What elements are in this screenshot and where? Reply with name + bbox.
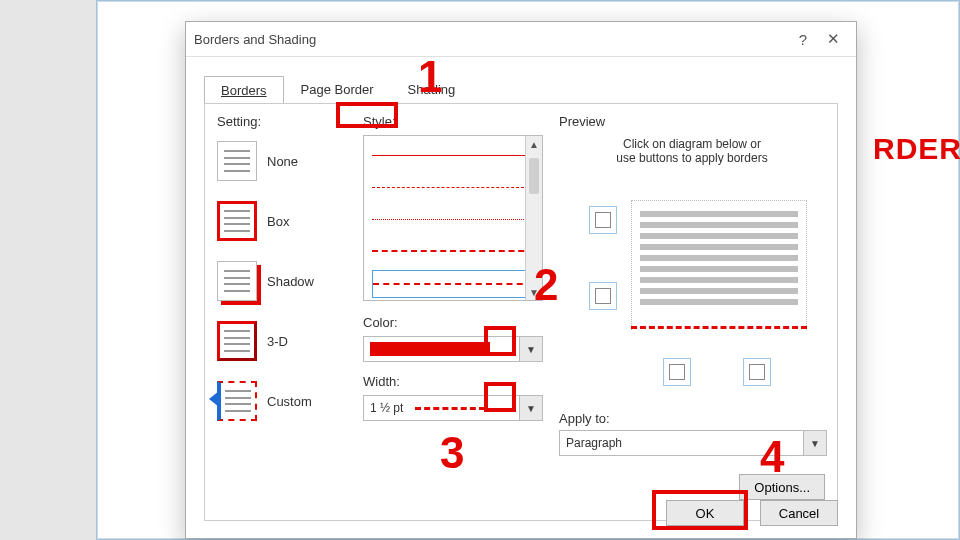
apply-to-value: Paragraph [560,436,803,450]
setting-box-label: Box [267,214,289,229]
help-button[interactable]: ? [788,31,818,48]
border-top-icon [595,212,611,228]
setting-custom[interactable]: Custom [217,375,347,427]
style-option[interactable] [372,238,534,264]
custom-icon [217,381,257,421]
color-label: Color: [363,315,543,330]
style-option-selected[interactable] [372,270,534,298]
scroll-up-icon[interactable]: ▲ [526,136,542,152]
setting-3d[interactable]: 3-D [217,315,347,367]
setting-label: Setting: [217,114,347,129]
style-option[interactable] [372,174,534,200]
style-column: Style: ▲ ▼ Color: [363,114,543,510]
border-right-button[interactable] [743,358,771,386]
border-bottom-button[interactable] [589,282,617,310]
threed-icon [217,321,257,361]
tab-borders-label: Borders [221,83,267,98]
color-swatch-icon [370,342,490,356]
dialog-footer: OK Cancel [666,500,838,526]
setting-none-label: None [267,154,298,169]
preview-bottom-border [631,326,807,329]
setting-shadow[interactable]: Shadow [217,255,347,307]
ok-button[interactable]: OK [666,500,744,526]
dialog-title: Borders and Shading [194,32,788,47]
borders-shading-dialog: Borders and Shading ? ✕ Borders Page Bor… [185,21,857,539]
titlebar: Borders and Shading ? ✕ [186,22,856,57]
tabstrip: Borders Page Border Shading [204,75,856,103]
setting-box[interactable]: Box [217,195,347,247]
width-value-text: 1 ½ pt [370,401,403,415]
setting-custom-label: Custom [267,394,312,409]
preview-hint: Click on diagram below or use buttons to… [559,137,825,165]
tab-page-border-label: Page Border [301,82,374,97]
setting-3d-label: 3-D [267,334,288,349]
width-sample-icon [415,407,485,410]
tab-borders[interactable]: Borders [204,76,284,104]
border-right-icon [749,364,765,380]
border-bottom-icon [595,288,611,304]
style-option[interactable] [372,142,534,168]
width-dropdown[interactable]: 1 ½ pt ▼ [363,395,543,421]
chevron-down-icon[interactable]: ▼ [519,337,542,361]
style-option[interactable] [372,206,534,232]
options-button[interactable]: Options... [739,474,825,500]
tab-shading-label: Shading [408,82,456,97]
style-listbox[interactable]: ▲ ▼ [363,135,543,301]
width-value: 1 ½ pt [364,401,519,415]
tab-shading[interactable]: Shading [391,75,473,103]
border-left-button[interactable] [663,358,691,386]
apply-to-row: Apply to: Paragraph ▼ [559,411,825,456]
style-label: Style: [363,114,543,129]
shadow-icon [217,261,257,301]
setting-none[interactable]: None [217,135,347,187]
scroll-down-icon[interactable]: ▼ [526,284,542,300]
width-label: Width: [363,374,543,389]
setting-shadow-label: Shadow [267,274,314,289]
color-value [364,342,519,356]
cancel-button[interactable]: Cancel [760,500,838,526]
preview-diagram[interactable] [631,200,807,330]
color-dropdown[interactable]: ▼ [363,336,543,362]
apply-to-label: Apply to: [559,411,825,426]
none-icon [217,141,257,181]
chevron-down-icon[interactable]: ▼ [519,396,542,420]
cropped-text: RDER [873,132,960,166]
preview-column: Preview Click on diagram below or use bu… [559,114,825,510]
dialog-panel: Setting: None Box Shadow 3-D [204,103,838,521]
preview-hint-line1: Click on diagram below or [623,137,761,151]
close-button[interactable]: ✕ [818,30,848,48]
border-left-icon [669,364,685,380]
scroll-thumb[interactable] [529,158,539,194]
border-top-button[interactable] [589,206,617,234]
tab-page-border[interactable]: Page Border [284,75,391,103]
apply-to-dropdown[interactable]: Paragraph ▼ [559,430,827,456]
preview-hint-line2: use buttons to apply borders [616,151,767,165]
box-icon [217,201,257,241]
chevron-down-icon[interactable]: ▼ [803,431,826,455]
setting-column: Setting: None Box Shadow 3-D [217,114,347,510]
style-scrollbar[interactable]: ▲ ▼ [525,136,542,300]
preview-label: Preview [559,114,825,129]
